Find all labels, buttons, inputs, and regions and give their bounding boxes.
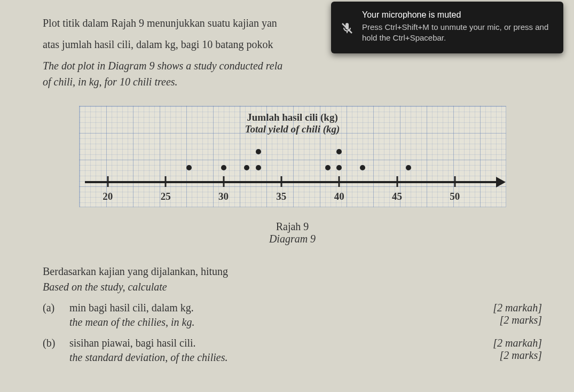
question-a-body: min bagi hasil cili, dalam kg. the mean … bbox=[69, 302, 467, 328]
intro-en-line1: The dot plot in Diagram 9 shows a study … bbox=[43, 58, 542, 90]
question-a-ms: min bagi hasil cili, dalam kg. bbox=[69, 302, 467, 314]
grid-paper: Jumlah hasil cili (kg) Total yield of ch… bbox=[79, 106, 506, 207]
caption-ms: Rajah 9 bbox=[276, 221, 309, 232]
question-a-marks-ms: [2 markah] bbox=[467, 302, 542, 314]
dot-plot-chart: Jumlah hasil cili (kg) Total yield of ch… bbox=[79, 106, 506, 245]
intro-en-span2: of chili, in kg, for 10 chili trees. bbox=[43, 76, 178, 88]
axis-arrow-icon bbox=[496, 177, 506, 187]
chart-title: Jumlah hasil cili (kg) Total yield of ch… bbox=[245, 112, 340, 135]
tick-label: 50 bbox=[450, 191, 460, 202]
caption-en-text: Diagram 9 bbox=[269, 233, 316, 245]
question-a-marks-en: [2 marks] bbox=[467, 314, 542, 326]
tick bbox=[165, 176, 167, 187]
tick bbox=[280, 176, 282, 187]
caption-en: Diagram 9 bbox=[79, 233, 506, 245]
question-a: (a) min bagi hasil cili, dalam kg. the m… bbox=[43, 302, 542, 328]
question-b-ms: sisihan piawai, bagi hasil cili. bbox=[69, 337, 467, 349]
dot bbox=[406, 165, 411, 170]
mic-muted-toast[interactable]: Your microphone is muted Press Ctrl+Shif… bbox=[331, 2, 563, 53]
dot bbox=[336, 149, 342, 154]
question-b-marks-en: [2 marks] bbox=[467, 349, 542, 362]
tick bbox=[396, 176, 398, 187]
tick-label: 25 bbox=[161, 191, 171, 202]
question-b-marks: [2 markah] [2 marks] bbox=[467, 337, 542, 364]
dot bbox=[325, 165, 331, 170]
question-b-marks-ms: [2 markah] bbox=[467, 337, 542, 349]
dot bbox=[336, 165, 342, 170]
tick bbox=[223, 176, 224, 187]
intro-en-span1: The dot plot in Diagram 9 shows a study … bbox=[43, 60, 282, 72]
dot bbox=[186, 165, 192, 170]
tick bbox=[454, 176, 455, 187]
calculate-intro-ms: Berdasarkan kajian yang dijalankan, hitu… bbox=[43, 265, 542, 278]
toast-body: Press Ctrl+Shift+M to unmute your mic, o… bbox=[362, 22, 552, 44]
dot bbox=[244, 165, 249, 170]
tick-label: 35 bbox=[276, 191, 286, 202]
tick bbox=[107, 176, 108, 187]
tick-label: 30 bbox=[218, 191, 229, 202]
dot bbox=[256, 149, 261, 154]
question-a-label: (a) bbox=[43, 302, 69, 328]
page-content: Plot titik dalam Rajah 9 menunjukkan sua… bbox=[0, 0, 574, 374]
toast-title: Your microphone is muted bbox=[362, 10, 552, 20]
dot bbox=[360, 165, 365, 170]
microphone-muted-icon bbox=[341, 22, 353, 35]
question-b-body: sisihan piawai, bagi hasil cili. the sta… bbox=[69, 337, 467, 364]
chart-caption: Rajah 9 Diagram 9 bbox=[79, 221, 506, 245]
chart-title-en: Total yield of chili (kg) bbox=[245, 123, 340, 135]
calculate-intro-en: Based on the study, calculate bbox=[43, 281, 542, 293]
tick-label: 45 bbox=[392, 191, 402, 202]
tick-label: 40 bbox=[334, 191, 344, 202]
tick-label: 20 bbox=[103, 191, 113, 202]
axis-line bbox=[85, 181, 500, 183]
question-b-label: (b) bbox=[43, 337, 69, 364]
tick bbox=[339, 176, 340, 187]
dot bbox=[221, 165, 226, 170]
chart-title-ms: Jumlah hasil cili (kg) bbox=[247, 112, 338, 123]
question-a-marks: [2 markah] [2 marks] bbox=[467, 302, 542, 328]
question-b: (b) sisihan piawai, bagi hasil cili. the… bbox=[43, 337, 542, 364]
question-a-en: the mean of the chilies, in kg. bbox=[69, 316, 467, 328]
question-b-en: the standard deviation, of the chilies. bbox=[69, 351, 467, 364]
dot bbox=[256, 165, 261, 170]
